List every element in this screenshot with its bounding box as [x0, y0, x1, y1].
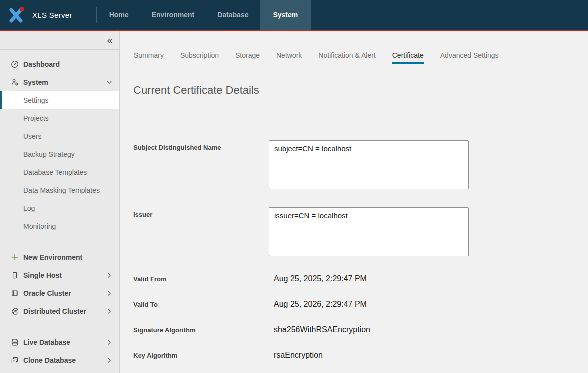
form-row-signature-algorithm: Signature Algorithm sha256WithRSAEncrypt… [133, 325, 588, 334]
sidebar-item-oracle-cluster[interactable]: Oracle Cluster [0, 284, 119, 302]
nav-database[interactable]: Database [206, 0, 260, 30]
issuer-label: Issuer [133, 207, 269, 218]
sidebar-item-label: New Environment [23, 253, 82, 261]
tab-summary[interactable]: Summary [133, 51, 164, 64]
form-row-valid-from: Valid From Aug 25, 2025, 2:29:47 PM [133, 274, 588, 283]
sidebar-item-label: Oracle Cluster [23, 289, 71, 297]
sidebar-item-database-templates[interactable]: Database Templates [0, 163, 119, 181]
issuer-textarea[interactable]: issuer=CN = localhost [269, 207, 469, 256]
sidebar-item-label: Dashboard [23, 60, 60, 68]
sidebar-item-label: Monitoring [23, 222, 56, 230]
key-algorithm-label: Key Algorithm [133, 352, 269, 359]
main-content: Summary Subscription Storage Network Not… [120, 31, 588, 373]
sidebar-item-label: Users [23, 132, 42, 140]
chevron-right-icon [106, 339, 113, 346]
top-navigation-bar: XLS Server Home Environment Database Sys… [0, 0, 588, 31]
sidebar-item-label: Clone Database [23, 356, 76, 364]
sidebar-item-new-environment[interactable]: New Environment [0, 248, 119, 266]
certificate-details-form: Subject Distinguished Name subject=CN = … [133, 140, 588, 373]
sidebar-item-label: Projects [23, 114, 49, 122]
form-row-key-algorithm: Key Algorithm rsaEncryption [133, 351, 588, 360]
collapse-sidebar-icon[interactable]: « [107, 35, 112, 45]
sidebar-item-label: System [23, 78, 48, 86]
header-divider [96, 7, 97, 23]
server-cabinet-icon [11, 289, 19, 297]
sidebar-item-users[interactable]: Users [0, 127, 119, 145]
sidebar-item-label: Distributed Cluster [23, 307, 86, 315]
chevron-down-icon [106, 79, 113, 86]
sidebar-item-label: Backup Strategy [23, 150, 75, 158]
signature-algorithm-value: sha256WithRSAEncryption [269, 325, 588, 334]
sidebar-item-label: Single Host [23, 271, 62, 279]
sidebar-item-label: Log [23, 204, 35, 212]
database-cylinder-icon [11, 338, 19, 346]
sidebar-nav: Dashboard System [0, 50, 119, 369]
valid-from-value: Aug 25, 2025, 2:29:47 PM [269, 274, 588, 283]
cluster-stack-icon [11, 307, 19, 315]
nav-system[interactable]: System [260, 0, 311, 30]
sidebar-item-live-database[interactable]: Live Database [0, 333, 119, 351]
form-row-subject: Subject Distinguished Name subject=CN = … [133, 140, 588, 191]
chevron-right-icon [106, 272, 113, 279]
brand[interactable]: XLS Server [0, 0, 72, 30]
nav-environment[interactable]: Environment [140, 0, 206, 30]
sidebar-item-distributed-cluster[interactable]: Distributed Cluster [0, 302, 119, 320]
sidebar-item-single-host[interactable]: Single Host [0, 266, 119, 284]
brand-name: XLS Server [32, 11, 72, 19]
sidebar-header: « [0, 31, 119, 50]
sidebar-item-dashboard[interactable]: Dashboard [0, 55, 119, 73]
form-row-issuer: Issuer issuer=CN = localhost [133, 207, 588, 258]
sidebar-item-label: Live Database [23, 338, 70, 346]
form-row-valid-to: Valid To Aug 25, 2026, 2:29:47 PM [133, 300, 588, 309]
settings-tabs: Summary Subscription Storage Network Not… [133, 51, 588, 64]
sidebar-item-settings[interactable]: Settings [0, 91, 119, 109]
tab-certificate[interactable]: Certificate [392, 51, 424, 64]
xls-server-logo-icon [7, 5, 26, 24]
tab-notification-alert[interactable]: Notification & Alert [318, 51, 376, 64]
tab-subscription[interactable]: Subscription [180, 51, 219, 64]
admin-user-gear-icon [11, 78, 19, 86]
clone-plus-icon [11, 356, 19, 364]
sidebar-item-projects[interactable]: Projects [0, 109, 119, 127]
gauge-icon [11, 60, 19, 68]
subject-dn-textarea[interactable]: subject=CN = localhost [269, 140, 469, 189]
sidebar-item-monitoring[interactable]: Monitoring [0, 217, 119, 235]
sidebar-item-clone-database[interactable]: Clone Database [0, 351, 119, 369]
sidebar-item-system[interactable]: System [0, 73, 119, 91]
valid-to-label: Valid To [133, 301, 269, 308]
valid-to-value: Aug 25, 2026, 2:29:47 PM [269, 300, 588, 309]
sidebar-item-label: Database Templates [23, 168, 87, 176]
main-nav: Home Environment Database System [98, 0, 311, 30]
signature-algorithm-label: Signature Algorithm [133, 326, 269, 334]
app-window: XLS Server Home Environment Database Sys… [0, 0, 588, 373]
tab-network[interactable]: Network [276, 51, 302, 64]
valid-from-label: Valid From [133, 275, 269, 283]
chevron-right-icon [106, 357, 113, 364]
key-algorithm-value: rsaEncryption [269, 351, 588, 360]
host-server-icon [11, 271, 19, 279]
content-top-strip [120, 31, 588, 31]
sidebar-item-label: Data Masking Templates [23, 186, 100, 194]
chevron-right-icon [106, 290, 113, 297]
sidebar-divider [0, 327, 119, 327]
sidebar-divider [0, 242, 119, 242]
subject-dn-label: Subject Distinguished Name [133, 140, 269, 151]
page-title: Current Certificate Details [133, 84, 588, 96]
tab-advanced-settings[interactable]: Advanced Settings [440, 51, 499, 64]
tab-storage[interactable]: Storage [235, 51, 260, 64]
chevron-right-icon [106, 308, 113, 315]
plus-icon [11, 253, 19, 261]
sidebar-item-data-masking-templates[interactable]: Data Masking Templates [0, 181, 119, 199]
sidebar-item-label: Settings [23, 96, 49, 104]
nav-home[interactable]: Home [98, 0, 140, 30]
sidebar-item-backup-strategy[interactable]: Backup Strategy [0, 145, 119, 163]
sidebar: « Dashboard [0, 31, 120, 373]
sidebar-item-log[interactable]: Log [0, 199, 119, 217]
